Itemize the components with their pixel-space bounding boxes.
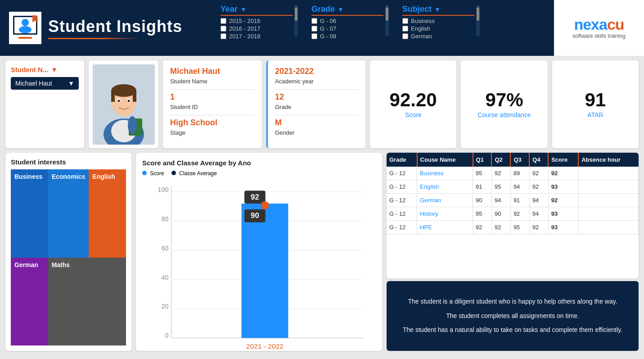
- svg-point-21: [128, 116, 137, 134]
- grade-filter-label[interactable]: Grade ▼: [311, 5, 383, 16]
- cell-q4: 92: [529, 180, 548, 194]
- brand-area: nexacu software skills training: [554, 0, 644, 56]
- svg-point-2: [22, 19, 29, 26]
- grade-filter-group: Grade ▼ G - 06 G - 07 G - 08: [311, 5, 389, 40]
- svg-rect-4: [21, 35, 30, 37]
- col-q3: Q3: [510, 153, 529, 167]
- grade-filter-options: G - 06 G - 07 G - 08: [311, 18, 383, 40]
- comment-3: The student has a natural ability to tak…: [396, 325, 630, 336]
- table-section: Grade Couse Name Q1 Q2 Q3 Q4 Score Absen…: [387, 153, 639, 351]
- col-score: Score: [548, 153, 578, 167]
- svg-text:0: 0: [165, 332, 168, 339]
- bar-chart-svg: 0 20 40 60 80 100 92: [142, 180, 376, 359]
- col-q2: Q2: [491, 153, 510, 167]
- subject-option-3[interactable]: German: [402, 33, 474, 40]
- svg-rect-14: [133, 91, 136, 102]
- header: Student Insights Year ▼ 2015 - 2016 2016…: [0, 0, 644, 56]
- year-filter-label[interactable]: Year ▼: [221, 5, 293, 16]
- cell-q1: 91: [473, 180, 492, 194]
- avg-legend-dot: [171, 171, 176, 175]
- cell-q4: 94: [529, 194, 548, 207]
- grade-table: Grade Couse Name Q1 Q2 Q3 Q4 Score Absen…: [387, 153, 639, 234]
- attendance-value: 97%: [485, 91, 523, 109]
- brand-tagline: software skills training: [572, 33, 625, 39]
- svg-text:40: 40: [162, 274, 169, 281]
- logo-area: Student Insights: [0, 0, 212, 56]
- interests-card: Student interests Business Economics Eng…: [5, 153, 131, 351]
- cell-grade: G - 12: [387, 180, 417, 194]
- subject-scrollbar[interactable]: [476, 5, 480, 36]
- svg-rect-13: [111, 91, 115, 102]
- table-row: G - 12 History 95 90 92 94 93: [387, 207, 639, 221]
- year-scrollbar[interactable]: [294, 5, 298, 36]
- student-name-label-row[interactable]: Student N... ▼: [11, 66, 79, 73]
- svg-text:90: 90: [251, 211, 259, 220]
- bottom-row: Student interests Business Economics Eng…: [5, 153, 639, 351]
- main-content: Student N... ▼ Michael Haut ▼: [0, 56, 644, 355]
- student-name-value: Michael Haut: [15, 80, 52, 87]
- table-wrapper[interactable]: Grade Couse Name Q1 Q2 Q3 Q4 Score Absen…: [387, 153, 639, 234]
- cell-course: English: [417, 180, 473, 194]
- student-name-label: Student N...: [11, 66, 48, 73]
- avg-legend: Classe Average: [171, 170, 217, 177]
- subject-option-2[interactable]: English: [402, 25, 474, 32]
- academic-gender-value: M: [275, 118, 358, 127]
- year-option-1[interactable]: 2015 - 2016: [221, 18, 293, 24]
- interest-maths: Maths: [48, 258, 126, 346]
- comments-card: The student is a diligent student who is…: [387, 281, 639, 351]
- attendance-card: 97% Course attendance: [461, 60, 547, 148]
- student-id-label: Student ID: [170, 104, 255, 110]
- year-filter-options: 2015 - 2016 2016 - 2017 2017 - 2018: [221, 18, 293, 40]
- cell-q2: 92: [491, 221, 510, 234]
- student-id-value: 1: [170, 92, 255, 102]
- student-stage-label: Stage: [170, 129, 255, 136]
- grade-scrollbar[interactable]: [385, 5, 389, 36]
- academic-year-value: 2021-2022: [275, 67, 358, 76]
- app-title: Student Insights: [48, 17, 182, 36]
- svg-text:2021 - 2022: 2021 - 2022: [246, 342, 284, 350]
- student-info-card: Michael Haut Student Name 1 Student ID H…: [163, 60, 262, 148]
- col-grade: Grade: [387, 153, 417, 167]
- svg-point-12: [111, 84, 136, 97]
- cell-q3: 94: [510, 180, 529, 194]
- svg-point-17: [117, 100, 120, 102]
- table-row: G - 12 English 91 95 94 92 93: [387, 180, 639, 194]
- cell-score: 92: [548, 167, 578, 180]
- svg-rect-5: [18, 37, 32, 39]
- student-photo: [93, 64, 155, 145]
- cell-q1: 95: [473, 207, 492, 221]
- year-chevron-icon: ▼: [240, 6, 247, 13]
- year-option-3[interactable]: 2017 - 2018: [221, 33, 293, 40]
- academic-info-card: 2021-2022 Academic year 12 Grade M Gende…: [266, 60, 365, 148]
- subject-option-1[interactable]: Business: [402, 18, 474, 24]
- cell-absence: [578, 180, 638, 194]
- student-stage-value: High School: [170, 118, 255, 127]
- comment-1: The student is a diligent student who is…: [396, 296, 630, 307]
- info-divider-1: [170, 89, 255, 90]
- academic-grade-value: 12: [275, 92, 358, 102]
- subject-chevron-icon: ▼: [434, 6, 441, 13]
- logo-text-area: Student Insights: [48, 17, 182, 39]
- grade-option-3[interactable]: G - 08: [311, 33, 383, 40]
- year-filter-group: Year ▼ 2015 - 2016 2016 - 2017 2017 - 20…: [221, 5, 298, 40]
- cell-q3: 92: [510, 207, 529, 221]
- svg-point-3: [19, 26, 32, 33]
- cell-q4: 92: [529, 167, 548, 180]
- cell-q2: 92: [491, 167, 510, 180]
- atar-value: 91: [585, 91, 606, 109]
- student-name-dropdown[interactable]: Michael Haut ▼: [11, 77, 79, 90]
- grade-option-1[interactable]: G - 06: [311, 18, 383, 24]
- cell-score: 93: [548, 207, 578, 221]
- year-option-2[interactable]: 2016 - 2017: [221, 25, 293, 32]
- interest-english: English: [89, 169, 126, 258]
- subject-filter-label[interactable]: Subject ▼: [402, 5, 474, 16]
- cell-absence: [578, 221, 638, 234]
- grade-option-2[interactable]: G - 07: [311, 25, 383, 32]
- comment-2: The student completes all assignments on…: [396, 311, 630, 322]
- cell-q1: 90: [473, 194, 492, 207]
- interest-economics: Economics: [48, 169, 89, 258]
- cell-score: 93: [548, 221, 578, 234]
- student-full-name: Michael Haut: [170, 67, 255, 76]
- col-q4: Q4: [529, 153, 548, 167]
- col-course: Couse Name: [417, 153, 473, 167]
